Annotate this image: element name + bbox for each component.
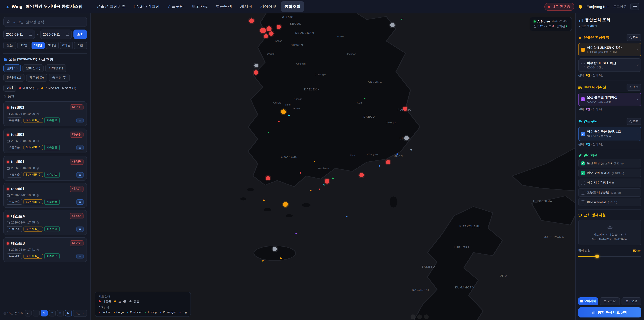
resource-item[interactable]: 여수 취수시설 (3개소) bbox=[578, 198, 641, 206]
menu-hamburger-icon[interactable] bbox=[630, 3, 639, 11]
ship-marker[interactable]: ▲ bbox=[298, 171, 302, 175]
incident-marker[interactable] bbox=[404, 136, 409, 140]
ship-marker[interactable]: ▲ bbox=[410, 148, 412, 151]
ship-marker[interactable]: ▲ bbox=[322, 183, 326, 187]
incident-marker[interactable] bbox=[266, 176, 270, 180]
range-button[interactable]: 1개월 bbox=[32, 42, 44, 49]
nav-item[interactable]: 통합조회 bbox=[281, 1, 304, 12]
incident-marker[interactable] bbox=[266, 26, 272, 31]
run-analysis-button[interactable]: 통합 분석 비교 실행 bbox=[578, 307, 641, 317]
page-button[interactable]: 3 bbox=[57, 310, 64, 316]
logout-button[interactable]: 로그아웃 bbox=[613, 4, 626, 9]
incident-card[interactable]: 테스트3 대응중 2026-03-04 17:41 유류유출BUNKER_C예측… bbox=[3, 237, 87, 262]
ship-view-button[interactable] bbox=[76, 226, 84, 232]
spill-scenario-card[interactable]: 여수항 DIESEL 확산 KOOS · 30kL × bbox=[578, 58, 641, 72]
checkbox-checked[interactable]: ✓ bbox=[581, 161, 585, 165]
view-mode-button[interactable]: ▥3분할 bbox=[621, 297, 641, 305]
search-input[interactable] bbox=[12, 20, 84, 24]
ship-view-button[interactable] bbox=[76, 172, 84, 177]
ship-marker[interactable]: ▲ bbox=[312, 159, 316, 163]
ship-marker[interactable]: ▲ bbox=[318, 187, 322, 191]
checkbox-checked[interactable]: ✓ bbox=[581, 171, 585, 175]
ship-view-button[interactable] bbox=[76, 253, 84, 259]
checkbox-unchecked[interactable] bbox=[581, 190, 585, 194]
close-icon[interactable]: × bbox=[636, 132, 639, 136]
status-filter[interactable]: 대응중 (13) bbox=[19, 86, 38, 90]
checkbox-unchecked[interactable] bbox=[581, 200, 585, 204]
ship-marker[interactable]: ▲ bbox=[377, 164, 382, 168]
checkbox-checked[interactable]: ✓ bbox=[581, 97, 585, 101]
incident-marker[interactable] bbox=[249, 19, 254, 23]
range-button[interactable]: 1년 bbox=[74, 42, 87, 49]
range-button[interactable]: 3개월 bbox=[46, 42, 58, 49]
ship-marker[interactable]: ▲ bbox=[346, 215, 348, 218]
ship-marker[interactable]: ▲ bbox=[279, 256, 283, 260]
radius-knob[interactable] bbox=[595, 254, 599, 258]
incident-marker[interactable] bbox=[386, 160, 390, 164]
view-mode-button[interactable]: ◫2분할 bbox=[600, 297, 620, 305]
incident-marker[interactable] bbox=[276, 25, 281, 29]
next-page-button[interactable]: ▶ bbox=[65, 310, 72, 316]
close-icon[interactable]: × bbox=[636, 48, 639, 52]
bell-icon[interactable] bbox=[578, 4, 583, 9]
region-filter[interactable]: 서해청 (1) bbox=[45, 65, 66, 72]
nav-item[interactable]: 긴급구난 bbox=[164, 1, 188, 12]
incident-inprogress-badge[interactable]: 사고 진행중 bbox=[544, 3, 574, 11]
ship-marker[interactable]: ▲ bbox=[261, 259, 265, 263]
range-button[interactable]: 6개월 bbox=[60, 42, 72, 49]
map-control-button[interactable] bbox=[417, 314, 422, 319]
view-mode-button[interactable]: ▣오버레이 bbox=[578, 297, 598, 305]
ship-marker[interactable]: ▲ bbox=[294, 232, 298, 235]
ship-marker[interactable]: ▲ bbox=[400, 18, 403, 21]
ship-view-button[interactable] bbox=[76, 145, 84, 150]
resource-item[interactable]: ✓ 돌산 어장 (김전복) (131ha) bbox=[578, 159, 641, 167]
ship-view-button[interactable] bbox=[76, 199, 84, 205]
incident-card[interactable]: 테스트4 대응중 2026-03-04 17:45 유류유출BUNKER_C예측… bbox=[3, 210, 87, 235]
incident-marker[interactable] bbox=[264, 34, 268, 38]
incident-marker[interactable] bbox=[390, 23, 394, 27]
incident-card[interactable]: test001 대응중 2026-03-04 18:58 유류유출BUNKER_… bbox=[3, 183, 87, 208]
radius-slider[interactable] bbox=[578, 255, 641, 257]
incident-marker[interactable] bbox=[281, 109, 286, 114]
incident-marker[interactable] bbox=[272, 247, 277, 251]
incident-marker[interactable] bbox=[403, 107, 407, 111]
nav-item[interactable]: 항공탐색 bbox=[212, 1, 236, 12]
ship-marker[interactable]: ▲ bbox=[332, 176, 334, 179]
close-icon[interactable]: × bbox=[636, 63, 639, 67]
incident-marker[interactable] bbox=[325, 179, 330, 183]
nav-item[interactable]: 게시판 bbox=[236, 1, 256, 12]
incident-marker[interactable] bbox=[254, 64, 258, 68]
region-filter[interactable]: 중부청 (0) bbox=[49, 74, 70, 82]
hns-query-button[interactable]: 조회 bbox=[626, 84, 641, 91]
page-button[interactable]: 2 bbox=[49, 310, 56, 316]
map-control-button[interactable] bbox=[410, 314, 415, 319]
logo[interactable]: Wing 해양환경 위기대응 통합시스템 bbox=[5, 4, 82, 10]
resource-item[interactable]: 여수 해수욕장 3개소 bbox=[578, 179, 641, 187]
incident-marker[interactable] bbox=[283, 202, 288, 207]
incident-marker[interactable] bbox=[269, 32, 274, 36]
prev-page-button[interactable]: ‹ bbox=[33, 310, 40, 316]
ship-marker[interactable]: ▲ bbox=[266, 131, 270, 135]
first-page-button[interactable]: « bbox=[25, 310, 31, 316]
user-name[interactable]: Eunjeong Kim bbox=[586, 5, 610, 9]
map-control-button[interactable] bbox=[424, 314, 428, 319]
close-icon[interactable]: × bbox=[636, 97, 639, 101]
ship-marker[interactable]: ▲ bbox=[310, 189, 313, 192]
status-filter-all[interactable]: 전체 bbox=[3, 85, 16, 92]
page-size-select[interactable]: 6건 ▼ bbox=[73, 309, 87, 317]
checkbox-unchecked[interactable] bbox=[581, 181, 585, 185]
date-to-input[interactable]: 2026-03-11 bbox=[40, 30, 72, 39]
ship-view-button[interactable] bbox=[76, 118, 84, 123]
sar-query-button[interactable]: 조회 bbox=[626, 118, 641, 125]
incident-card[interactable]: test001 대응중 2026-03-04 18:58 유류유출BUNKER_… bbox=[3, 129, 87, 153]
status-filter[interactable]: 종료 (1) bbox=[62, 86, 76, 90]
date-query-button[interactable]: 조회 bbox=[74, 30, 87, 39]
checkbox-unchecked[interactable] bbox=[581, 63, 585, 67]
nav-item[interactable]: 유출유 확산예측 bbox=[92, 1, 129, 12]
region-filter[interactable]: 전체 16 bbox=[3, 65, 21, 72]
region-filter[interactable]: 남해청 (3) bbox=[22, 65, 44, 72]
ship-marker[interactable]: ▲ bbox=[363, 97, 367, 100]
ship-marker[interactable]: ▲ bbox=[277, 120, 280, 123]
incident-marker[interactable] bbox=[360, 173, 364, 178]
ship-marker[interactable]: ▲ bbox=[262, 199, 266, 202]
